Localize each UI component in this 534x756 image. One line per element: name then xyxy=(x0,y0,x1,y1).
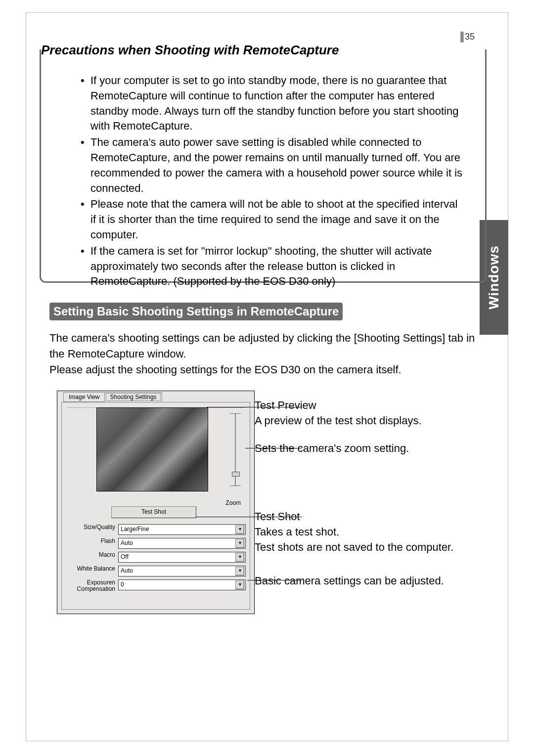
os-tab-label: Windows xyxy=(486,245,502,310)
callout-desc: Sets the camera's zoom setting. xyxy=(255,442,409,454)
exposure-compensation-select[interactable]: 0 xyxy=(118,579,246,590)
callout-preview: Test Preview A preview of the test shot … xyxy=(255,398,422,429)
zoom-thumb[interactable] xyxy=(232,472,240,477)
setting-label: Exposuren Compensation xyxy=(66,579,118,592)
tab-shooting-settings[interactable]: Shooting Settings xyxy=(104,392,162,402)
white-balance-select[interactable]: Auto xyxy=(118,566,246,577)
test-shot-button[interactable]: Test Shot xyxy=(111,506,196,518)
callout-desc: A preview of the test shot displays. xyxy=(255,414,422,427)
setting-white-balance: White Balance Auto xyxy=(66,566,246,577)
settings-list: Size/Quality Large/Fine Flash Auto Macro… xyxy=(66,524,246,595)
setting-label: Flash xyxy=(66,538,118,544)
precautions-box: Precautions when Shooting with RemoteCap… xyxy=(40,49,487,283)
zoom-label: Zoom xyxy=(225,499,241,506)
precaution-item: The camera's auto power save setting is … xyxy=(81,135,465,196)
size-quality-select[interactable]: Large/Fine xyxy=(118,524,246,535)
test-preview-image xyxy=(96,407,208,491)
setting-label: Macro xyxy=(66,552,118,558)
setting-label: Size/Quality xyxy=(66,524,118,531)
precautions-list: If your computer is set to go into stand… xyxy=(81,73,465,289)
precautions-title: Precautions when Shooting with RemoteCap… xyxy=(41,43,343,58)
setting-macro: Macro Off xyxy=(66,552,246,563)
flash-select[interactable]: Auto xyxy=(118,538,246,549)
callout-testshot: Test Shot Takes a test shot. Test shots … xyxy=(255,509,453,555)
callout-desc: Takes a test shot. xyxy=(255,526,339,538)
macro-select[interactable]: Off xyxy=(118,552,246,563)
callout-zoom: Sets the camera's zoom setting. xyxy=(255,441,409,456)
callout-desc: Basic camera settings can be adjusted. xyxy=(255,575,444,587)
document-page: 35 Windows Precautions when Shooting wit… xyxy=(0,0,534,756)
zoom-slider[interactable] xyxy=(232,407,239,491)
callout-settings: Basic camera settings can be adjusted. xyxy=(255,574,444,589)
section-body-text: The camera's shooting settings can be ad… xyxy=(49,330,485,378)
setting-label: White Balance xyxy=(66,566,118,572)
callout-desc: Test shots are not saved to the computer… xyxy=(255,541,453,553)
precaution-item: Please note that the camera will not be … xyxy=(81,197,465,242)
tab-bar: Image View Shooting Settings xyxy=(63,392,162,402)
page-number: 35 xyxy=(460,32,475,42)
shooting-settings-panel: Zoom Test Shot Size/Quality Large/Fine F… xyxy=(61,402,250,610)
precaution-item: If the camera is set for "mirror lockup"… xyxy=(81,244,465,289)
precaution-item: If your computer is set to go into stand… xyxy=(81,73,465,134)
setting-flash: Flash Auto xyxy=(66,538,246,549)
callout-title: Test Preview xyxy=(255,399,316,411)
tab-image-view[interactable]: Image View xyxy=(63,392,105,402)
section-heading: Setting Basic Shooting Settings in Remot… xyxy=(49,303,343,320)
setting-exposure-compensation: Exposuren Compensation 0 xyxy=(66,579,246,592)
remotecapture-screenshot: Image View Shooting Settings Zoom Test S… xyxy=(57,391,255,614)
setting-size-quality: Size/Quality Large/Fine xyxy=(66,524,246,535)
callout-title: Test Shot xyxy=(255,510,300,523)
